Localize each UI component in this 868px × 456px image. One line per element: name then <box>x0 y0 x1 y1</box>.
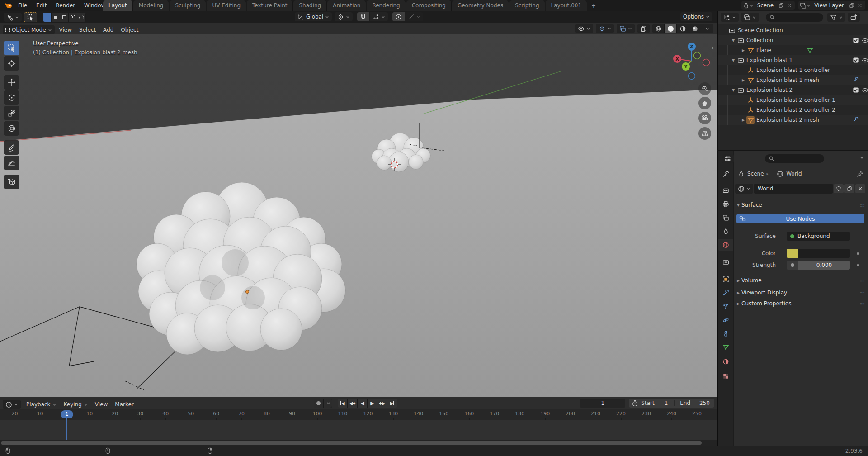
properties-editor-type-button[interactable] <box>722 154 734 163</box>
panel-header-custom-properties[interactable]: ▶Custom Properties:::: <box>735 299 865 308</box>
shading-solid-button[interactable] <box>665 24 677 33</box>
outliner-item-label[interactable]: Explosion blast 2 controller 1 <box>756 97 835 103</box>
tool-cursor-button[interactable] <box>4 56 19 71</box>
properties-search-input[interactable] <box>776 155 814 162</box>
viewport-canvas[interactable]: Z X Y User Perspective (1) Collection | … <box>0 34 717 397</box>
snap-target-dropdown[interactable] <box>370 12 388 21</box>
new-view-layer-button[interactable] <box>848 2 856 9</box>
tool-rotate-button[interactable] <box>4 90 19 105</box>
start-value[interactable]: 1 <box>655 400 675 406</box>
options-button[interactable]: Options <box>680 12 712 21</box>
pin-icon[interactable] <box>857 171 863 177</box>
tool-scale-button[interactable] <box>4 106 19 120</box>
expander-icon[interactable]: ▶ <box>740 48 746 52</box>
auto-keyframe-button[interactable] <box>314 399 324 408</box>
panel-header-viewport-display[interactable]: ▶Viewport Display:::: <box>735 288 865 297</box>
select-mode-subtract[interactable] <box>60 13 69 22</box>
menu-edit[interactable]: Edit <box>32 0 51 11</box>
properties-tab-constraints[interactable] <box>718 328 733 339</box>
end-value[interactable]: 250 <box>695 400 714 406</box>
view-layer-selector[interactable]: View Layer <box>798 1 865 10</box>
outliner-row-explosion-blast-1-mesh[interactable]: ▶Explosion blast 1 mesh <box>718 75 868 85</box>
ground-plane-object[interactable] <box>0 90 717 397</box>
outliner-item-label[interactable]: Explosion blast 1 <box>746 57 793 63</box>
workspace-tab-modeling[interactable]: Modeling <box>133 0 170 11</box>
outliner-search[interactable] <box>766 13 823 22</box>
duplicate-world-button[interactable] <box>844 184 854 193</box>
properties-tab-object[interactable] <box>718 273 733 285</box>
expander-icon[interactable]: ▶ <box>740 118 746 122</box>
properties-tab-texture[interactable] <box>718 370 733 382</box>
outliner-row-scene-collection[interactable]: Scene Collection <box>718 25 868 35</box>
workspace-tab-rendering[interactable]: Rendering <box>367 0 406 11</box>
properties-tab-material[interactable] <box>718 356 733 367</box>
hide-eye-toggle[interactable] <box>862 37 868 44</box>
shading-rendered-button[interactable] <box>689 24 701 33</box>
expander-icon[interactable]: ▼ <box>730 88 736 92</box>
current-frame-indicator[interactable]: 1 <box>61 410 73 418</box>
outliner-row-explosion-blast-2-mesh[interactable]: ▶Explosion blast 2 mesh <box>718 115 868 125</box>
outliner-row-collection[interactable]: ▼Collection <box>718 35 868 45</box>
exclude-checkbox[interactable] <box>853 57 859 63</box>
workspace-tab-animation[interactable]: Animation <box>327 0 366 11</box>
zoom-button[interactable] <box>698 82 711 95</box>
use-nodes-button[interactable]: Use Nodes <box>736 214 864 223</box>
next-keyframe-button[interactable]: ◆▶ <box>377 399 387 408</box>
outliner-row-explosion-blast-2-controller-1[interactable]: Explosion blast 2 controller 1 <box>718 95 868 105</box>
unlink-world-button[interactable] <box>855 184 865 193</box>
camera-view-button[interactable] <box>698 112 711 124</box>
add-workspace-button[interactable]: + <box>588 1 599 11</box>
new-scene-button[interactable] <box>777 2 785 9</box>
pivot-point-dropdown[interactable] <box>335 12 353 21</box>
workspace-tab-shading[interactable]: Shading <box>293 0 327 11</box>
surface-value-field[interactable]: Background <box>787 232 850 241</box>
tool-select-box-button[interactable] <box>4 41 19 55</box>
world-name-field[interactable]: World <box>754 184 833 194</box>
timeline-scrollbar[interactable] <box>0 440 717 446</box>
outliner-item-label[interactable]: Explosion blast 1 mesh <box>756 77 819 83</box>
outliner-item-label[interactable]: Explosion blast 2 mesh <box>756 117 819 123</box>
tool-annotate-button[interactable] <box>4 140 19 155</box>
surface-panel-header[interactable]: ▼ Surface :::: <box>735 200 865 209</box>
new-collection-button[interactable] <box>848 13 860 22</box>
delete-scene-button[interactable] <box>785 2 793 9</box>
outliner-row-explosion-blast-1[interactable]: ▼Explosion blast 1 <box>718 55 868 65</box>
properties-tab-tool[interactable] <box>718 168 733 180</box>
exclude-checkbox[interactable] <box>853 87 859 93</box>
expander-icon[interactable]: ▼ <box>730 38 736 43</box>
strength-animate-dot[interactable] <box>857 264 859 266</box>
editor-type-button[interactable] <box>4 13 22 22</box>
menu-render[interactable]: Render <box>51 0 80 11</box>
blender-logo-icon[interactable] <box>5 1 13 10</box>
fake-user-button[interactable] <box>834 184 844 193</box>
auto-keyframe-dropdown[interactable] <box>325 399 332 408</box>
select-mode-new[interactable] <box>43 13 52 22</box>
exclude-checkbox[interactable] <box>853 38 859 43</box>
select-mode-invert[interactable] <box>69 13 77 22</box>
outliner-row-explosion-blast-2-controller-2[interactable]: Explosion blast 2 controller 2 <box>718 105 868 115</box>
strength-value[interactable]: 0.000 <box>798 261 850 270</box>
properties-tab-render[interactable] <box>718 185 733 196</box>
outliner-row-explosion-blast-2[interactable]: ▼Explosion blast 2 <box>718 85 868 95</box>
previous-keyframe-button[interactable]: ◀◆ <box>348 399 358 408</box>
workspace-tab-uv-editing[interactable]: UV Editing <box>207 0 246 11</box>
breadcrumb-world[interactable]: World <box>786 171 802 177</box>
active-tool-button[interactable] <box>24 12 37 22</box>
outliner-search-input[interactable] <box>777 14 820 21</box>
strength-field[interactable]: 0.000 <box>787 261 850 270</box>
pan-button[interactable] <box>698 97 711 109</box>
axis-neg-x-ball[interactable] <box>703 59 710 66</box>
world-browse-dropdown[interactable] <box>735 184 753 194</box>
playhead-line[interactable] <box>66 418 67 440</box>
properties-tab-particles[interactable] <box>718 300 733 312</box>
shading-wireframe-button[interactable] <box>652 24 665 33</box>
timeline-tracks[interactable] <box>0 420 717 440</box>
hide-eye-toggle[interactable] <box>862 87 868 94</box>
outliner-item-label[interactable]: Explosion blast 2 <box>746 87 793 93</box>
outliner-item-label[interactable]: Scene Collection <box>738 27 783 33</box>
properties-options-dropdown[interactable] <box>859 155 864 162</box>
xray-toggle[interactable] <box>637 24 650 33</box>
hide-eye-toggle[interactable] <box>862 57 868 64</box>
outliner-display-mode-dropdown[interactable] <box>741 13 759 22</box>
current-frame-field[interactable]: 1 <box>580 399 625 408</box>
